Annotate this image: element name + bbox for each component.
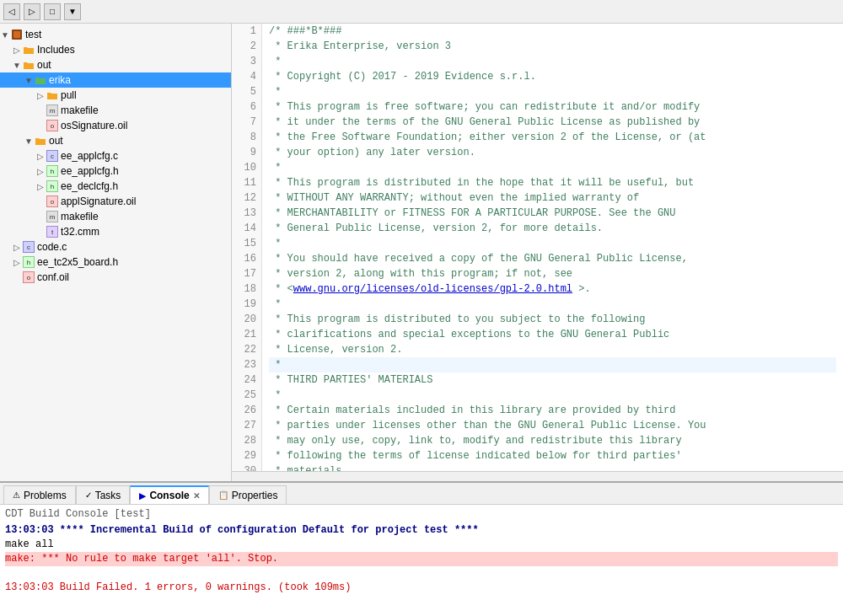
tab-label-console: Console — [149, 490, 189, 501]
tab-console[interactable]: ▶ Console ✕ — [130, 485, 208, 504]
tree-toggle[interactable]: ▼ — [0, 30, 10, 40]
line-numbers: 1234567891011121314151617181920212223242… — [232, 24, 262, 471]
code-line: * Copyright (C) 2017 - 2019 Evidence s.r… — [269, 69, 836, 84]
tree-label: ee_tc2x5_board.h — [37, 256, 118, 268]
tree-toggle[interactable]: ▷ — [12, 243, 22, 252]
code-line: * You should have received a copy of the… — [269, 251, 836, 266]
file-c-icon: c — [22, 240, 35, 254]
code-line: * General Public License, version 2, for… — [269, 221, 836, 236]
console-line: make: *** No rule to make target 'all'. … — [5, 552, 838, 566]
tree-toggle[interactable]: ▷ — [35, 152, 46, 161]
code-line: * This program is distributed in the hop… — [269, 175, 836, 190]
sidebar-item-pull[interactable]: ▷pull — [0, 88, 231, 103]
code-line: * WITHOUT ANY WARRANTY; without even the… — [269, 190, 836, 206]
sidebar-item-makefile1[interactable]: mmakefile — [0, 103, 231, 118]
file-h-icon: h — [46, 179, 59, 193]
code-line: * — [269, 297, 836, 312]
line-number: 12 — [237, 190, 256, 206]
folder-green-icon — [34, 73, 47, 87]
line-number: 27 — [237, 418, 256, 433]
line-number: 14 — [237, 221, 256, 236]
line-number: 20 — [237, 312, 256, 327]
problems-tab-icon: ⚠ — [13, 490, 20, 500]
tab-problems[interactable]: ⚠ Problems — [3, 485, 76, 504]
tree-toggle[interactable]: ▷ — [35, 91, 46, 100]
file-mk-icon: m — [46, 210, 59, 223]
main-area: ▼test▷Includes▼out▼erika▷pullmmakefileoo… — [0, 24, 843, 481]
sidebar-item-ee_applcfg_c[interactable]: ▷cee_applcfg.c — [0, 148, 231, 163]
folder-icon — [34, 134, 47, 147]
tree-label: test — [25, 29, 41, 40]
sidebar-item-ee_tc2x5_board[interactable]: ▷hee_tc2x5_board.h — [0, 254, 231, 270]
tree-label: erika — [49, 74, 71, 86]
tree-label: ee_applcfg.h — [61, 165, 119, 177]
tab-label-properties: Properties — [232, 490, 278, 501]
toolbar-btn-1[interactable]: ◁ — [3, 3, 20, 20]
tree-label: code.c — [37, 241, 67, 253]
code-line: * THIRD PARTIES' MATERIALS — [269, 372, 836, 388]
editor: 1234567891011121314151617181920212223242… — [232, 24, 843, 481]
line-number: 29 — [237, 448, 256, 463]
code-line: * — [269, 54, 836, 69]
line-number: 16 — [237, 251, 256, 266]
tree-label: ee_applcfg.c — [61, 150, 118, 162]
line-number: 9 — [237, 145, 256, 160]
code-line: * materials. — [269, 463, 836, 471]
line-number: 6 — [237, 99, 256, 115]
tree-label: pull — [61, 89, 77, 101]
code-line: * — [269, 160, 836, 175]
sidebar-item-erika[interactable]: ▼erika — [0, 72, 231, 88]
sidebar-item-ee_applcfg_h[interactable]: ▷hee_applcfg.h — [0, 163, 231, 179]
code-line: * Erika Enterprise, version 3 — [269, 39, 836, 54]
tree-toggle[interactable]: ▷ — [35, 167, 46, 176]
console-content[interactable]: CDT Build Console [test] 13:03:03 **** I… — [0, 505, 843, 616]
sidebar-item-t32cmm[interactable]: tt32.cmm — [0, 224, 231, 239]
tree-label: Includes — [37, 44, 75, 56]
sidebar-item-ee_declcfg_h[interactable]: ▷hee_declcfg.h — [0, 179, 231, 194]
tree-label: out — [37, 59, 51, 71]
tab-properties[interactable]: 📋 Properties — [209, 485, 287, 504]
sidebar-item-osSignature[interactable]: oosSignature.oil — [0, 118, 231, 133]
toolbar-btn-2[interactable]: ▷ — [24, 3, 40, 20]
file-oil-icon: o — [22, 271, 35, 284]
tab-tasks[interactable]: ✓ Tasks — [76, 485, 131, 504]
tree-toggle[interactable]: ▼ — [12, 61, 22, 70]
line-number: 7 — [237, 115, 256, 130]
line-number: 17 — [237, 266, 256, 281]
code-line: /* ###*B*### — [269, 24, 836, 39]
toolbar-btn-4[interactable]: ▼ — [64, 3, 81, 20]
sidebar-item-conf_oil[interactable]: oconf.oil — [0, 270, 231, 285]
tree-label: t32.cmm — [61, 226, 99, 238]
line-number: 21 — [237, 327, 256, 342]
sidebar-item-applSignature[interactable]: oapplSignature.oil — [0, 194, 231, 209]
console-line: make all — [5, 538, 838, 552]
console-line — [5, 566, 838, 581]
file-oil-icon: o — [46, 195, 59, 208]
sidebar-item-code_c[interactable]: ▷ccode.c — [0, 239, 231, 254]
sidebar-item-out2[interactable]: ▼out — [0, 133, 231, 148]
tree-toggle[interactable]: ▼ — [24, 76, 34, 85]
sidebar-item-makefile2[interactable]: mmakefile — [0, 209, 231, 224]
tree-toggle[interactable]: ▷ — [12, 46, 22, 55]
line-number: 8 — [237, 130, 256, 145]
sidebar-item-test[interactable]: ▼test — [0, 27, 231, 42]
tree-label: conf.oil — [37, 271, 69, 283]
code-line: * — [269, 236, 836, 251]
sidebar-item-out1[interactable]: ▼out — [0, 57, 231, 72]
line-number: 23 — [237, 357, 256, 372]
code-line: * your option) any later version. — [269, 145, 836, 160]
toolbar-btn-3[interactable]: □ — [44, 3, 61, 20]
tree-toggle[interactable]: ▷ — [35, 182, 46, 191]
line-number: 30 — [237, 463, 256, 471]
sidebar: ▼test▷Includes▼out▼erika▷pullmmakefileoo… — [0, 24, 232, 481]
code-lines[interactable]: /* ###*B*### * Erika Enterprise, version… — [262, 24, 843, 471]
horizontal-scrollbar[interactable] — [232, 471, 843, 481]
tree-label: makefile — [61, 104, 99, 116]
sidebar-item-includes[interactable]: ▷Includes — [0, 42, 231, 57]
tab-close-console[interactable]: ✕ — [193, 491, 200, 501]
tree-toggle[interactable]: ▼ — [24, 137, 34, 146]
console-title: CDT Build Console [test] — [5, 508, 838, 520]
tree-toggle[interactable]: ▷ — [12, 258, 22, 267]
code-line: * it under the terms of the GNU General … — [269, 115, 836, 130]
line-number: 24 — [237, 372, 256, 388]
